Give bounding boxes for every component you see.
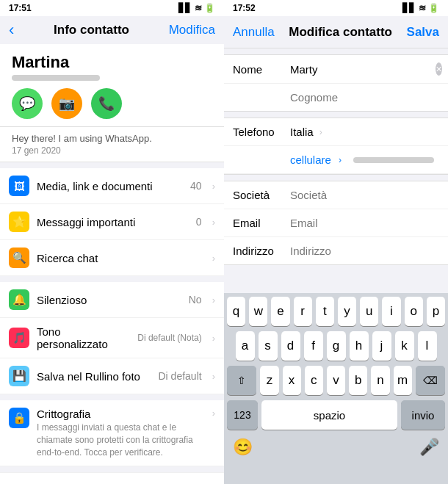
starred-label: Messaggi importanti <box>37 216 189 228</box>
media-icon: 🖼 <box>9 176 29 196</box>
cancel-button[interactable]: Annulla <box>233 25 275 40</box>
societa-input[interactable] <box>290 189 439 201</box>
starred-value: 0 <box>196 216 202 228</box>
key-j[interactable]: j <box>372 331 391 361</box>
email-input[interactable] <box>290 217 439 229</box>
key-g[interactable]: g <box>327 331 346 361</box>
crypto-desc: I messaggi inviati a questa chat e le ch… <box>37 422 205 458</box>
cellulare-row: T cellulare › <box>224 146 448 174</box>
contact-status: Hey there! I am using WhatsApp. 17 gen 2… <box>0 127 224 162</box>
starred-menu-item[interactable]: ⭐ Messaggi importanti 0 › <box>0 204 224 240</box>
nome-row: Nome ✕ <box>224 55 448 84</box>
key-s[interactable]: s <box>259 331 278 361</box>
keyboard-row-1: q w e r t y u i o p <box>224 293 448 328</box>
indirizzo-label: Indirizzo <box>233 245 284 257</box>
email-label: Email <box>233 217 284 229</box>
ringtone-menu-item[interactable]: 🎵 Tono personalizzato Di default (Nota) … <box>0 318 224 358</box>
save-photo-menu-item[interactable]: 💾 Salva nel Rullino foto Di default › <box>0 358 224 394</box>
edit-button[interactable]: Modifica <box>169 23 215 37</box>
key-o[interactable]: o <box>405 297 423 326</box>
starred-chevron-icon: › <box>212 217 215 228</box>
media-chevron-icon: › <box>212 181 215 192</box>
mute-menu-item[interactable]: 🔔 Silenzioso No › <box>0 282 224 318</box>
indirizzo-input[interactable] <box>290 245 439 257</box>
phone-field-group: Telefono Italia › T cellulare › <box>224 118 448 175</box>
save-button[interactable]: Salva <box>407 25 439 40</box>
back-button[interactable]: ‹ <box>9 21 14 40</box>
message-button[interactable]: 💬 <box>12 88 43 119</box>
key-q[interactable]: q <box>227 297 245 326</box>
key-l[interactable]: l <box>418 331 437 361</box>
key-y[interactable]: y <box>338 297 356 326</box>
key-b[interactable]: b <box>349 366 367 395</box>
mic-button[interactable]: 🎤 <box>419 438 439 457</box>
status-date: 17 gen 2020 <box>12 145 212 156</box>
key-h[interactable]: h <box>350 331 369 361</box>
search-chevron-icon: › <box>212 253 215 264</box>
crypto-chevron-icon: › <box>212 408 215 419</box>
key-e[interactable]: e <box>271 297 289 326</box>
key-r[interactable]: r <box>294 297 312 326</box>
phone-button[interactable]: 📞 <box>91 88 122 119</box>
key-c[interactable]: c <box>305 366 323 395</box>
cellulare-spacer: T <box>233 153 284 166</box>
key-z[interactable]: z <box>260 366 278 395</box>
crypto-text: Crittografia I messaggi inviati a questa… <box>37 408 205 458</box>
status-text: Hey there! I am using WhatsApp. <box>12 133 212 144</box>
space-key[interactable]: spazio <box>261 400 397 430</box>
right-panel: 17:52 ▋▋ ≋ 🔋 Annulla Modifica contatto S… <box>224 0 448 484</box>
key-i[interactable]: i <box>382 297 400 326</box>
contact-actions: 💬 📷 📞 <box>12 88 212 119</box>
mute-label: Silenzioso <box>37 294 181 306</box>
left-status-icons: ▋▋ ≋ 🔋 <box>178 3 215 13</box>
left-status-bar: 17:51 ▋▋ ≋ 🔋 <box>0 0 224 16</box>
delete-key[interactable]: ⌫ <box>416 366 445 395</box>
numbers-key[interactable]: 123 <box>227 400 258 430</box>
key-f[interactable]: f <box>304 331 323 361</box>
key-w[interactable]: w <box>249 297 267 326</box>
clear-nome-button[interactable]: ✕ <box>436 62 442 76</box>
media-menu-item[interactable]: 🖼 Media, link e documenti 40 › <box>0 168 224 204</box>
right-status-bar: 17:52 ▋▋ ≋ 🔋 <box>224 0 448 16</box>
key-k[interactable]: k <box>395 331 414 361</box>
key-t[interactable]: t <box>316 297 334 326</box>
mute-value: No <box>189 294 202 306</box>
name-field-group: Nome ✕ <box>224 54 448 112</box>
keyboard: q w e r t y u i o p a s d f g h j k l ⇧ … <box>224 293 448 484</box>
key-a[interactable]: a <box>236 331 255 361</box>
menu-section: 🖼 Media, link e documenti 40 › ⭐ Messagg… <box>0 168 224 276</box>
search-menu-item[interactable]: 🔍 Ricerca chat › <box>0 240 224 276</box>
emoji-button[interactable]: 😊 <box>233 438 253 457</box>
keyboard-row-4: 123 spazio invio <box>224 397 448 431</box>
key-d[interactable]: d <box>281 331 300 361</box>
cellulare-chevron-icon: › <box>339 155 342 165</box>
right-time: 17:52 <box>233 3 256 13</box>
crypto-section[interactable]: 🔒 Crittografia I messaggi inviati a ques… <box>0 400 224 466</box>
key-v[interactable]: v <box>327 366 345 395</box>
key-p[interactable]: p <box>427 297 445 326</box>
shift-key[interactable]: ⇧ <box>227 366 256 395</box>
back-chevron-icon: ‹ <box>9 21 14 40</box>
media-value: 40 <box>190 180 202 192</box>
right-status-icons: ▋▋ ≋ 🔋 <box>402 3 439 13</box>
key-u[interactable]: u <box>360 297 378 326</box>
mute-chevron-icon: › <box>212 295 215 306</box>
ringtone-value: Di default (Nota) <box>137 333 201 343</box>
nome-input[interactable] <box>290 63 430 76</box>
return-key[interactable]: invio <box>401 400 445 430</box>
save-photo-value: Di default <box>159 370 202 382</box>
search-menu-icon: 🔍 <box>9 248 29 268</box>
key-x[interactable]: x <box>283 366 301 395</box>
video-button[interactable]: 📷 <box>51 88 82 119</box>
key-n[interactable]: n <box>371 366 389 395</box>
starred-icon: ⭐ <box>9 212 29 232</box>
indirizzo-row: Indirizzo <box>224 237 448 264</box>
key-m[interactable]: m <box>394 366 412 395</box>
dettagli-item[interactable]: Dettagli contatto › <box>0 472 224 484</box>
save-photo-label: Salva nel Rullino foto <box>37 370 151 383</box>
societa-label: Società <box>233 189 284 201</box>
contact-info-header: Martina 💬 📷 📞 <box>0 44 224 127</box>
phone-type[interactable]: Italia <box>290 126 314 138</box>
cognome-input[interactable] <box>290 91 439 104</box>
cellulare-label[interactable]: cellulare <box>290 153 331 166</box>
